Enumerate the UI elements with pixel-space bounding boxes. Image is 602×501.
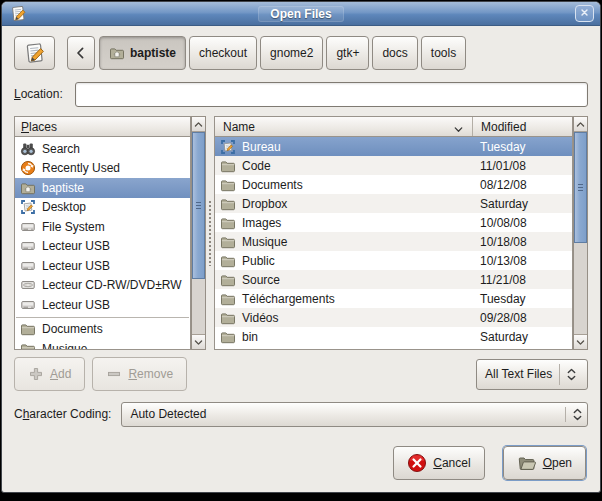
encoding-combo[interactable]: Auto Detected: [121, 402, 588, 427]
open-files-dialog: Open Files baptistecheckoutgnome2gtk+doc…: [1, 1, 601, 493]
places-header[interactable]: Places: [14, 116, 191, 137]
place-item-label: File System: [42, 220, 105, 234]
place-item-lecteur-usb[interactable]: Lecteur USB: [15, 256, 190, 276]
title-pill: Open Files: [258, 6, 343, 22]
file-row-code[interactable]: Code11/01/08: [215, 156, 572, 175]
place-item-file-system[interactable]: File System: [15, 217, 190, 237]
place-item-baptiste[interactable]: baptiste: [15, 178, 190, 198]
path-button-checkout[interactable]: checkout: [189, 36, 257, 70]
open-folder-icon: [517, 453, 537, 473]
place-item-documents[interactable]: Documents: [15, 320, 190, 340]
files-scroll-track[interactable]: [574, 132, 587, 334]
drive-icon: [20, 258, 36, 274]
file-name-cell: Code: [215, 158, 472, 174]
minus-icon: [106, 366, 122, 382]
dialog-footer: Cancel Open: [14, 446, 588, 480]
path-back-button[interactable]: [67, 36, 95, 70]
file-modified-cell: 10/18/08: [472, 235, 572, 249]
type-filename-button[interactable]: [14, 36, 55, 70]
file-row-documents[interactable]: Documents08/12/08: [215, 175, 572, 194]
file-row-source[interactable]: Source11/21/08: [215, 270, 572, 289]
folder-icon: [220, 196, 236, 212]
folder-icon: [220, 272, 236, 288]
encoding-value: Auto Detected: [130, 407, 206, 421]
column-header-modified[interactable]: Modified: [472, 117, 572, 136]
file-name-label: Téléchargements: [242, 292, 335, 306]
cancel-button[interactable]: Cancel: [393, 446, 484, 480]
back-icon: [73, 45, 89, 61]
folder-icon: [20, 321, 36, 337]
file-name-cell: bin: [215, 329, 472, 345]
places-scrollbar[interactable]: [191, 116, 206, 350]
encoding-row: Character Coding: Auto Detected: [14, 401, 588, 427]
place-item-lecteur-usb[interactable]: Lecteur USB: [15, 237, 190, 257]
scroll-up-icon[interactable]: [192, 117, 205, 132]
file-name-cell: Vidéos: [215, 310, 472, 326]
place-item-lecteur-cd-rw-dvd-rw[interactable]: Lecteur CD-RW/DVD±RW: [15, 276, 190, 296]
file-panel: Name Modified BureauTuesdayCode11/01/08D…: [214, 116, 588, 350]
open-button[interactable]: Open: [503, 446, 586, 480]
file-name-label: bin: [242, 330, 258, 344]
file-name-label: Source: [242, 273, 280, 287]
folder-icon: [220, 310, 236, 326]
modified-column-label: Modified: [481, 120, 526, 134]
place-item-label: Documents: [42, 322, 103, 336]
pane-resize-handle[interactable]: [206, 116, 214, 350]
scroll-up-icon[interactable]: [574, 117, 587, 132]
file-modified-cell: 10/13/08: [472, 254, 572, 268]
dialog-body: baptistecheckoutgnome2gtk+docstools Loca…: [2, 26, 600, 492]
file-row-musique[interactable]: Musique10/18/08: [215, 232, 572, 251]
path-button-gnome2[interactable]: gnome2: [260, 36, 323, 70]
spinner-arrows-icon: [573, 407, 582, 422]
column-header-name[interactable]: Name: [215, 120, 472, 134]
file-row-bureau[interactable]: BureauTuesday: [215, 137, 572, 156]
file-row-images[interactable]: Images10/08/08: [215, 213, 572, 232]
path-button-baptiste[interactable]: baptiste: [99, 36, 186, 70]
path-button-tools[interactable]: tools: [421, 36, 466, 70]
file-modified-cell: Tuesday: [472, 140, 572, 154]
close-button[interactable]: [575, 5, 594, 22]
path-button-docs[interactable]: docs: [372, 36, 417, 70]
place-item-label: baptiste: [42, 181, 84, 195]
remove-button[interactable]: Remove: [92, 357, 187, 391]
place-item-musique[interactable]: Musique: [15, 339, 190, 350]
place-item-desktop[interactable]: Desktop: [15, 198, 190, 218]
file-name-cell: Documents: [215, 177, 472, 193]
close-icon: [579, 7, 590, 21]
places-scroll-thumb[interactable]: [192, 132, 205, 279]
file-row-dropbox[interactable]: DropboxSaturday: [215, 194, 572, 213]
places-header-label: Places: [21, 120, 57, 134]
drive-icon: [20, 238, 36, 254]
path-button-label: baptiste: [130, 46, 176, 60]
file-row-vid-os[interactable]: Vidéos09/28/08: [215, 308, 572, 327]
path-breadcrumb: baptistecheckoutgnome2gtk+docstools: [99, 36, 469, 70]
encoding-label: Character Coding:: [14, 407, 111, 421]
file-modified-cell: 10/08/08: [472, 216, 572, 230]
files-scroll-thumb[interactable]: [574, 132, 587, 243]
files-scrollbar[interactable]: [573, 116, 588, 350]
path-button-gtk+[interactable]: gtk+: [326, 36, 369, 70]
file-row-bin[interactable]: binSaturday: [215, 327, 572, 346]
scroll-down-icon[interactable]: [192, 334, 205, 349]
file-filter-combo[interactable]: All Text Files: [476, 359, 588, 390]
location-input[interactable]: [75, 82, 588, 107]
place-item-recently-used[interactable]: Recently Used: [15, 159, 190, 179]
file-modified-cell: 09/28/08: [472, 311, 572, 325]
cancel-button-label: Cancel: [433, 456, 470, 470]
titlebar[interactable]: Open Files: [2, 2, 600, 26]
scroll-down-icon[interactable]: [574, 334, 587, 349]
actions-row: Add Remove All Text Files: [14, 356, 588, 392]
file-row-public[interactable]: Public10/13/08: [215, 251, 572, 270]
folder-icon: [220, 291, 236, 307]
name-column-label: Name: [223, 120, 255, 134]
file-name-label: Documents: [242, 178, 303, 192]
place-item-search[interactable]: Search: [15, 139, 190, 159]
places-scroll-track[interactable]: [192, 132, 205, 334]
place-item-label: Desktop: [42, 200, 86, 214]
file-name-cell: Bureau: [215, 139, 472, 155]
add-button[interactable]: Add: [14, 357, 85, 391]
place-item-lecteur-usb[interactable]: Lecteur USB: [15, 295, 190, 315]
folder-icon: [220, 177, 236, 193]
folder-icon: [20, 341, 36, 350]
file-row-t-l-chargements[interactable]: TéléchargementsTuesday: [215, 289, 572, 308]
